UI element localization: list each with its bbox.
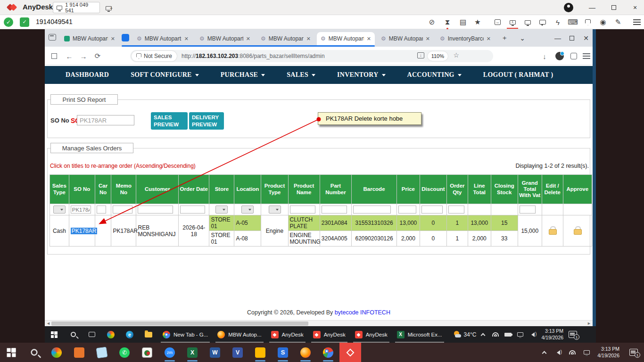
browser-tab-6[interactable]: ⚙ MBW Autoparts ✕ — [377, 32, 434, 45]
nav-accounting[interactable]: ACCOUNTING — [407, 71, 462, 79]
discount-filter-input[interactable] — [421, 206, 443, 214]
minimize-button[interactable]: — — [583, 0, 601, 15]
col-order-date[interactable]: Order Date — [179, 175, 209, 204]
forward-button[interactable]: → — [78, 50, 89, 62]
taskbar-app-anydesk-1[interactable]: ◆AnyDesk — [266, 326, 308, 343]
reload-button[interactable]: ⟳ — [92, 50, 103, 62]
bookmark-star-icon[interactable]: ☆ — [453, 51, 459, 59]
vendor-link[interactable]: bytecode INFOTECH — [335, 309, 390, 316]
host-search-icon[interactable] — [23, 343, 45, 362]
nav-inventory[interactable]: INVENTORY — [337, 71, 386, 79]
order-qty-filter-input[interactable] — [448, 206, 464, 214]
host-anydesk-tray-icon[interactable] — [579, 343, 594, 362]
delivery-preview-button[interactable]: DELIVERY PREVIEW — [189, 112, 224, 130]
task-view-icon[interactable] — [83, 326, 101, 343]
vertical-scrollbar[interactable] — [593, 29, 596, 326]
tab-close-icon[interactable]: ✕ — [184, 36, 189, 42]
nav-dashboard[interactable]: DASHBOARD — [66, 71, 109, 79]
lock-icon[interactable] — [574, 226, 581, 234]
install-app-icon[interactable]: ↓ — [417, 52, 424, 58]
security-badge[interactable]: Not Secure — [132, 51, 177, 61]
taskbar-app-excel[interactable]: XMicrosoft Ex... — [392, 326, 447, 343]
whiteboard-icon[interactable]: ✎ — [612, 16, 624, 28]
volume-icon[interactable] — [526, 326, 539, 343]
col-price[interactable]: Price — [396, 175, 420, 204]
permissions-icon[interactable] — [582, 16, 594, 28]
browser-tab-active[interactable]: ⚙ MBW Autoparts ✕ — [317, 32, 375, 45]
copilot-icon[interactable] — [101, 326, 120, 343]
favorites-icon[interactable]: ★ — [471, 16, 484, 28]
file-transfer-icon[interactable]: → — [491, 16, 504, 28]
tab-search-icon[interactable]: ⌄ — [516, 32, 528, 44]
col-product-type[interactable]: Product Type — [261, 175, 288, 204]
host-tray-expand-icon[interactable] — [537, 343, 551, 362]
tab-close-icon[interactable]: ✕ — [426, 36, 430, 42]
battery-icon[interactable] — [502, 326, 514, 343]
maximize-button[interactable] — [605, 0, 623, 15]
extensions-icon[interactable] — [568, 50, 579, 62]
col-customer[interactable]: Customer — [136, 175, 179, 204]
sales-preview-button[interactable]: SALES PREVIEW — [151, 112, 188, 130]
host-volume-icon[interactable] — [551, 343, 565, 362]
sales-type-filter-select[interactable] — [53, 206, 66, 214]
taskbar-app-chrome[interactable]: New Tab - G... — [158, 326, 213, 343]
host-clock[interactable]: 3:13 PM4/19/2026 — [597, 346, 619, 358]
lock-icon[interactable] — [549, 226, 556, 234]
so-no-filter-input[interactable] — [71, 206, 91, 214]
col-grand-total[interactable]: Grand Total With Vat — [518, 175, 542, 204]
host-start-button[interactable] — [0, 343, 23, 362]
host-notification-icon[interactable]: 1 — [623, 343, 644, 362]
new-session-button[interactable]: + — [106, 4, 112, 12]
memo-no-filter-input[interactable] — [113, 206, 132, 214]
store-filter-select[interactable] — [215, 206, 228, 214]
host-copilot-icon[interactable] — [45, 343, 68, 362]
downloads-icon[interactable]: ↓ — [539, 50, 550, 62]
tab-close-icon[interactable]: ✕ — [306, 36, 311, 42]
new-tab-button[interactable]: ＋ — [498, 32, 511, 44]
taskbar-app-anydesk-3[interactable]: ◆AnyDesk — [350, 326, 392, 343]
col-closing-stock[interactable]: Closing Stock — [491, 175, 518, 204]
col-part-number[interactable]: Part Number — [320, 175, 351, 204]
col-barcode[interactable]: Barcode — [352, 175, 397, 204]
tab-close-icon[interactable]: ✕ — [111, 36, 115, 42]
notepad-icon[interactable] — [91, 343, 113, 362]
close-button[interactable]: × — [626, 0, 644, 15]
file-explorer-icon[interactable] — [139, 326, 158, 343]
split-screen-icon[interactable] — [49, 50, 60, 62]
weather-widget[interactable]: 34°C — [454, 331, 477, 338]
browser-tab-1[interactable]: MBW Autoparts ✕ — [60, 32, 119, 45]
notification-center-icon[interactable]: 1 — [563, 326, 582, 343]
edge-icon[interactable]: e — [120, 326, 139, 343]
tab-close-icon[interactable]: ✕ — [487, 36, 491, 42]
col-sales-type[interactable]: Sales Type — [50, 175, 69, 204]
scrollbar-thumb[interactable] — [51, 321, 308, 326]
remote-clock[interactable]: 3:13 PM4/19/2026 — [541, 328, 563, 340]
taskbar-app-anydesk-2[interactable]: ◆AnyDesk — [308, 326, 350, 343]
so-no-input[interactable] — [77, 115, 134, 125]
grand-total-filter-input[interactable] — [520, 206, 536, 214]
browser-menu-icon[interactable] — [581, 50, 592, 62]
sticky-notes-icon[interactable] — [249, 343, 272, 362]
wifi-icon[interactable] — [489, 326, 502, 343]
car-no-filter-input[interactable] — [97, 206, 106, 214]
part-number-filter-input[interactable] — [322, 206, 347, 214]
tab-group-chip[interactable] — [122, 34, 129, 41]
account-icon[interactable] — [564, 3, 573, 12]
session-list-icon[interactable]: ▤ — [457, 16, 469, 28]
browser-tab-4[interactable]: ⚙ MBW Autoparts ✕ — [257, 32, 314, 45]
barcode-filter-input[interactable] — [353, 206, 391, 214]
nav-purchase[interactable]: PURCHASE — [221, 71, 265, 79]
anydesk-tray-icon[interactable] — [514, 326, 526, 343]
browser-tab-7[interactable]: ⚙ InventoryBarcode ✕ — [436, 32, 495, 45]
browser-tab-3[interactable]: ⚙ MBW Autoparts ✕ — [196, 32, 254, 45]
col-discount[interactable]: Discount — [420, 175, 446, 204]
col-memo-no[interactable]: Memo No — [111, 175, 136, 204]
col-so-no[interactable]: SO No — [69, 175, 95, 204]
privacy-mode-icon[interactable]: ⊘ — [426, 16, 438, 28]
location-filter-select[interactable] — [241, 206, 254, 214]
nav-soft-configure[interactable]: SOFT CONFIGURE — [131, 71, 199, 79]
session-time-icon[interactable]: ⧗ — [441, 16, 454, 28]
customer-filter-input[interactable] — [138, 206, 173, 214]
remote-screen-icon[interactable]: ✓ — [20, 17, 29, 27]
browser-tab-2[interactable]: ⚙ MBW Autoparts ✕ — [133, 32, 192, 45]
